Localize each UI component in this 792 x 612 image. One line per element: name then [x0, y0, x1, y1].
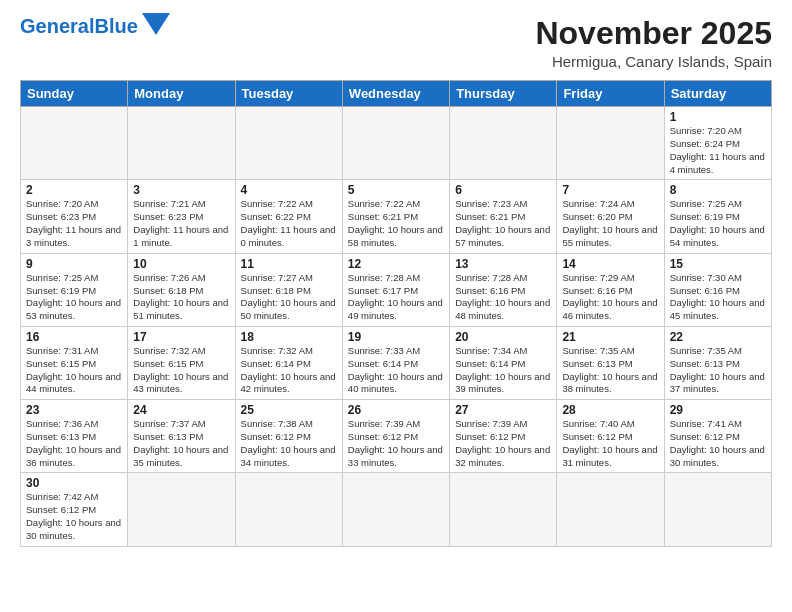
logo: GeneralBlue — [20, 16, 170, 36]
day-number: 22 — [670, 330, 766, 344]
calendar-cell: 8Sunrise: 7:25 AM Sunset: 6:19 PM Daylig… — [664, 180, 771, 253]
day-number: 11 — [241, 257, 337, 271]
day-number: 18 — [241, 330, 337, 344]
page: GeneralBlue November 2025 Hermigua, Cana… — [0, 0, 792, 557]
day-info: Sunrise: 7:35 AM Sunset: 6:13 PM Dayligh… — [670, 345, 766, 396]
day-number: 8 — [670, 183, 766, 197]
day-number: 12 — [348, 257, 444, 271]
day-info: Sunrise: 7:35 AM Sunset: 6:13 PM Dayligh… — [562, 345, 658, 396]
day-number: 27 — [455, 403, 551, 417]
calendar-cell: 21Sunrise: 7:35 AM Sunset: 6:13 PM Dayli… — [557, 326, 664, 399]
calendar-cell: 3Sunrise: 7:21 AM Sunset: 6:23 PM Daylig… — [128, 180, 235, 253]
day-info: Sunrise: 7:39 AM Sunset: 6:12 PM Dayligh… — [348, 418, 444, 469]
day-number: 3 — [133, 183, 229, 197]
week-row-4: 16Sunrise: 7:31 AM Sunset: 6:15 PM Dayli… — [21, 326, 772, 399]
calendar-cell — [342, 107, 449, 180]
day-number: 1 — [670, 110, 766, 124]
day-number: 29 — [670, 403, 766, 417]
weekday-header-saturday: Saturday — [664, 81, 771, 107]
calendar-cell: 6Sunrise: 7:23 AM Sunset: 6:21 PM Daylig… — [450, 180, 557, 253]
svg-marker-0 — [142, 13, 170, 35]
calendar-cell: 11Sunrise: 7:27 AM Sunset: 6:18 PM Dayli… — [235, 253, 342, 326]
calendar-cell: 12Sunrise: 7:28 AM Sunset: 6:17 PM Dayli… — [342, 253, 449, 326]
day-info: Sunrise: 7:38 AM Sunset: 6:12 PM Dayligh… — [241, 418, 337, 469]
day-info: Sunrise: 7:28 AM Sunset: 6:17 PM Dayligh… — [348, 272, 444, 323]
day-number: 16 — [26, 330, 122, 344]
day-info: Sunrise: 7:20 AM Sunset: 6:23 PM Dayligh… — [26, 198, 122, 249]
calendar-cell: 22Sunrise: 7:35 AM Sunset: 6:13 PM Dayli… — [664, 326, 771, 399]
calendar-cell: 9Sunrise: 7:25 AM Sunset: 6:19 PM Daylig… — [21, 253, 128, 326]
day-info: Sunrise: 7:33 AM Sunset: 6:14 PM Dayligh… — [348, 345, 444, 396]
day-number: 9 — [26, 257, 122, 271]
weekday-header-row: SundayMondayTuesdayWednesdayThursdayFrid… — [21, 81, 772, 107]
calendar-cell: 24Sunrise: 7:37 AM Sunset: 6:13 PM Dayli… — [128, 400, 235, 473]
calendar-cell: 30Sunrise: 7:42 AM Sunset: 6:12 PM Dayli… — [21, 473, 128, 546]
day-number: 21 — [562, 330, 658, 344]
day-info: Sunrise: 7:24 AM Sunset: 6:20 PM Dayligh… — [562, 198, 658, 249]
calendar-cell — [557, 473, 664, 546]
calendar-cell: 25Sunrise: 7:38 AM Sunset: 6:12 PM Dayli… — [235, 400, 342, 473]
title-block: November 2025 Hermigua, Canary Islands, … — [535, 16, 772, 70]
day-info: Sunrise: 7:23 AM Sunset: 6:21 PM Dayligh… — [455, 198, 551, 249]
day-info: Sunrise: 7:39 AM Sunset: 6:12 PM Dayligh… — [455, 418, 551, 469]
weekday-header-friday: Friday — [557, 81, 664, 107]
calendar-cell — [450, 473, 557, 546]
calendar-cell — [128, 473, 235, 546]
day-info: Sunrise: 7:28 AM Sunset: 6:16 PM Dayligh… — [455, 272, 551, 323]
calendar-cell — [450, 107, 557, 180]
calendar-cell — [664, 473, 771, 546]
logo-general: General — [20, 15, 94, 37]
calendar-cell: 17Sunrise: 7:32 AM Sunset: 6:15 PM Dayli… — [128, 326, 235, 399]
week-row-3: 9Sunrise: 7:25 AM Sunset: 6:19 PM Daylig… — [21, 253, 772, 326]
calendar-cell: 5Sunrise: 7:22 AM Sunset: 6:21 PM Daylig… — [342, 180, 449, 253]
day-number: 30 — [26, 476, 122, 490]
calendar-cell: 19Sunrise: 7:33 AM Sunset: 6:14 PM Dayli… — [342, 326, 449, 399]
calendar-cell — [235, 107, 342, 180]
day-info: Sunrise: 7:20 AM Sunset: 6:24 PM Dayligh… — [670, 125, 766, 176]
day-info: Sunrise: 7:25 AM Sunset: 6:19 PM Dayligh… — [26, 272, 122, 323]
day-number: 15 — [670, 257, 766, 271]
calendar-cell — [557, 107, 664, 180]
calendar-cell — [21, 107, 128, 180]
day-number: 14 — [562, 257, 658, 271]
day-info: Sunrise: 7:32 AM Sunset: 6:15 PM Dayligh… — [133, 345, 229, 396]
calendar-cell: 7Sunrise: 7:24 AM Sunset: 6:20 PM Daylig… — [557, 180, 664, 253]
day-info: Sunrise: 7:21 AM Sunset: 6:23 PM Dayligh… — [133, 198, 229, 249]
day-info: Sunrise: 7:22 AM Sunset: 6:21 PM Dayligh… — [348, 198, 444, 249]
calendar-cell — [342, 473, 449, 546]
weekday-header-thursday: Thursday — [450, 81, 557, 107]
day-number: 5 — [348, 183, 444, 197]
day-info: Sunrise: 7:36 AM Sunset: 6:13 PM Dayligh… — [26, 418, 122, 469]
calendar-cell: 23Sunrise: 7:36 AM Sunset: 6:13 PM Dayli… — [21, 400, 128, 473]
day-info: Sunrise: 7:37 AM Sunset: 6:13 PM Dayligh… — [133, 418, 229, 469]
calendar-cell — [235, 473, 342, 546]
week-row-1: 1Sunrise: 7:20 AM Sunset: 6:24 PM Daylig… — [21, 107, 772, 180]
day-number: 10 — [133, 257, 229, 271]
day-info: Sunrise: 7:41 AM Sunset: 6:12 PM Dayligh… — [670, 418, 766, 469]
calendar-cell: 28Sunrise: 7:40 AM Sunset: 6:12 PM Dayli… — [557, 400, 664, 473]
day-info: Sunrise: 7:32 AM Sunset: 6:14 PM Dayligh… — [241, 345, 337, 396]
day-info: Sunrise: 7:30 AM Sunset: 6:16 PM Dayligh… — [670, 272, 766, 323]
day-info: Sunrise: 7:34 AM Sunset: 6:14 PM Dayligh… — [455, 345, 551, 396]
day-info: Sunrise: 7:40 AM Sunset: 6:12 PM Dayligh… — [562, 418, 658, 469]
day-number: 25 — [241, 403, 337, 417]
week-row-5: 23Sunrise: 7:36 AM Sunset: 6:13 PM Dayli… — [21, 400, 772, 473]
calendar-cell: 2Sunrise: 7:20 AM Sunset: 6:23 PM Daylig… — [21, 180, 128, 253]
week-row-2: 2Sunrise: 7:20 AM Sunset: 6:23 PM Daylig… — [21, 180, 772, 253]
week-row-6: 30Sunrise: 7:42 AM Sunset: 6:12 PM Dayli… — [21, 473, 772, 546]
location: Hermigua, Canary Islands, Spain — [535, 53, 772, 70]
day-number: 17 — [133, 330, 229, 344]
calendar-table: SundayMondayTuesdayWednesdayThursdayFrid… — [20, 80, 772, 547]
weekday-header-wednesday: Wednesday — [342, 81, 449, 107]
day-number: 19 — [348, 330, 444, 344]
day-number: 23 — [26, 403, 122, 417]
day-number: 4 — [241, 183, 337, 197]
calendar-cell: 26Sunrise: 7:39 AM Sunset: 6:12 PM Dayli… — [342, 400, 449, 473]
weekday-header-monday: Monday — [128, 81, 235, 107]
calendar-cell: 1Sunrise: 7:20 AM Sunset: 6:24 PM Daylig… — [664, 107, 771, 180]
logo-blue: Blue — [94, 15, 137, 37]
month-title: November 2025 — [535, 16, 772, 51]
calendar-cell: 15Sunrise: 7:30 AM Sunset: 6:16 PM Dayli… — [664, 253, 771, 326]
calendar-cell: 29Sunrise: 7:41 AM Sunset: 6:12 PM Dayli… — [664, 400, 771, 473]
day-number: 7 — [562, 183, 658, 197]
